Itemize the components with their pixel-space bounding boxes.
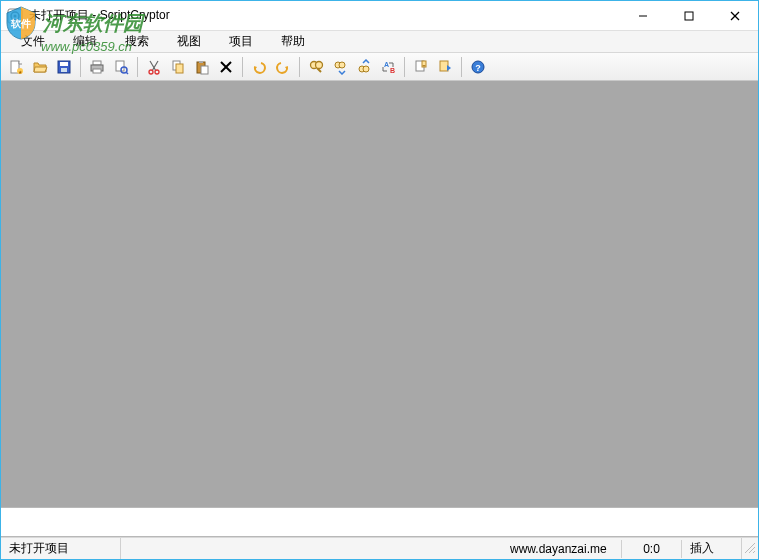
replace-button[interactable]: AB [377, 56, 399, 78]
open-folder-icon [32, 59, 48, 75]
svg-text:?: ? [475, 63, 481, 73]
svg-point-35 [339, 62, 345, 68]
undo-button[interactable] [248, 56, 270, 78]
find-icon [308, 59, 324, 75]
svg-rect-28 [201, 66, 208, 74]
print-preview-icon [113, 59, 129, 75]
toolbar-separator [137, 57, 138, 77]
menu-help[interactable]: 帮助 [267, 31, 319, 52]
new-file-icon: ★ [8, 59, 24, 75]
svg-rect-25 [176, 64, 183, 73]
status-mode: 插入 [682, 538, 742, 559]
undo-icon [251, 59, 267, 75]
toolbar-separator [404, 57, 405, 77]
svg-text:B: B [390, 67, 395, 74]
find-prev-button[interactable] [353, 56, 375, 78]
delete-button[interactable] [215, 56, 237, 78]
menu-edit[interactable]: 编辑 [59, 31, 111, 52]
new-file-button[interactable]: ★ [5, 56, 27, 78]
open-button[interactable] [29, 56, 51, 78]
svg-point-37 [363, 66, 369, 72]
about-icon: ? [470, 59, 486, 75]
bookmark-toggle-button[interactable] [410, 56, 432, 78]
find-button[interactable] [305, 56, 327, 78]
menu-project[interactable]: 项目 [215, 31, 267, 52]
cut-icon [146, 59, 162, 75]
copy-button[interactable] [167, 56, 189, 78]
close-button[interactable] [712, 1, 758, 31]
cut-button[interactable] [143, 56, 165, 78]
toolbar: ★ AB [1, 53, 758, 81]
save-button[interactable] [53, 56, 75, 78]
save-icon [56, 59, 72, 75]
svg-rect-12 [60, 62, 68, 66]
menu-view[interactable]: 视图 [163, 31, 215, 52]
find-next-button[interactable] [329, 56, 351, 78]
minimize-button[interactable] [620, 1, 666, 31]
svg-rect-27 [199, 61, 203, 63]
svg-point-33 [316, 61, 323, 68]
svg-point-3 [14, 14, 17, 17]
toolbar-separator [299, 57, 300, 77]
title-bar: 未打开项目 - ScriptCryptor [1, 1, 758, 31]
replace-icon: AB [380, 59, 396, 75]
svg-line-19 [126, 72, 128, 74]
svg-rect-5 [685, 12, 693, 20]
delete-icon [218, 59, 234, 75]
svg-text:A: A [384, 61, 389, 68]
status-project: 未打开项目 [1, 538, 121, 559]
paste-button[interactable] [191, 56, 213, 78]
find-prev-icon [356, 59, 372, 75]
toolbar-separator [80, 57, 81, 77]
about-button[interactable]: ? [467, 56, 489, 78]
find-next-icon [332, 59, 348, 75]
svg-rect-17 [116, 61, 124, 71]
resize-grip[interactable] [742, 540, 758, 557]
window-title: 未打开项目 - ScriptCryptor [29, 7, 620, 24]
status-position: 0:0 [622, 540, 682, 558]
redo-icon [275, 59, 291, 75]
svg-line-47 [753, 551, 755, 553]
svg-point-22 [149, 70, 153, 74]
toolbar-separator [242, 57, 243, 77]
print-button[interactable] [86, 56, 108, 78]
paste-icon [194, 59, 210, 75]
bookmark-next-button[interactable] [434, 56, 456, 78]
svg-rect-14 [93, 61, 101, 65]
copy-icon [170, 59, 186, 75]
svg-rect-42 [440, 61, 448, 71]
print-icon [89, 59, 105, 75]
bookmark-next-icon [437, 59, 453, 75]
menu-bar: 文件 编辑 搜索 视图 项目 帮助 [1, 31, 758, 53]
workspace-area [1, 81, 758, 507]
toolbar-separator [461, 57, 462, 77]
menu-search[interactable]: 搜索 [111, 31, 163, 52]
output-panel [1, 507, 758, 537]
status-bar: 未打开项目 www.dayanzai.me 0:0 插入 [1, 537, 758, 559]
app-icon [7, 8, 23, 24]
svg-rect-13 [61, 68, 67, 72]
status-url: www.dayanzai.me [502, 540, 622, 558]
menu-file[interactable]: 文件 [7, 31, 59, 52]
maximize-button[interactable] [666, 1, 712, 31]
bookmark-toggle-icon [413, 59, 429, 75]
svg-rect-16 [93, 69, 101, 73]
print-preview-button[interactable] [110, 56, 132, 78]
redo-button[interactable] [272, 56, 294, 78]
svg-point-23 [155, 70, 159, 74]
